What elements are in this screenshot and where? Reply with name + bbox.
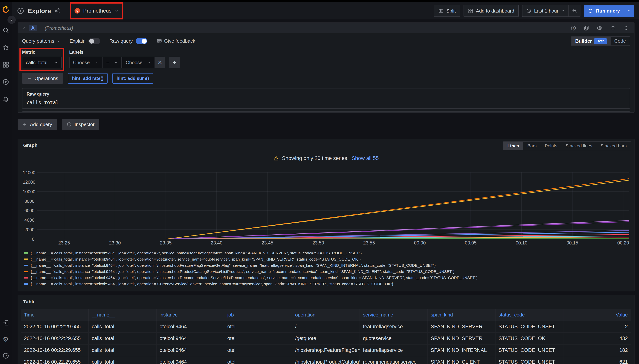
table-cell: calls_total [89, 320, 156, 332]
query-help-icon[interactable]: ? [570, 25, 576, 31]
table-cell: STATUS_CODE_UNSET [496, 356, 563, 364]
metric-field-group: Metric calls_total [22, 50, 62, 68]
remove-label-filter-button[interactable]: ✕ [155, 57, 164, 68]
query-ref-id[interactable]: A [29, 25, 37, 31]
hint-add-rate-button[interactable]: hint: add rate() [68, 73, 108, 84]
inspector-label: Inspector [75, 122, 95, 128]
chevron-down-icon[interactable] [22, 26, 26, 30]
query-editor-panel: A (Prometheus) ? [18, 22, 634, 112]
builder-label: Builder [575, 38, 592, 44]
search-icon[interactable] [2, 27, 9, 34]
table-column-header-instance[interactable]: instance [156, 309, 224, 320]
table-column-header-time[interactable]: Time [21, 309, 89, 320]
alerting-bell-icon[interactable] [2, 96, 9, 102]
svg-text:?: ? [572, 26, 574, 30]
legend-item[interactable]: {__name__="calls_total", instance="otelc… [24, 274, 629, 281]
table-cell: 2022-10-16 00:22:29.655 [21, 332, 89, 344]
zoom-out-time-button[interactable] [568, 5, 580, 16]
add-operation-button[interactable]: Operations [22, 73, 63, 84]
label-operator-select[interactable]: = [102, 57, 122, 68]
table-cell: otelcol:9464 [156, 344, 224, 356]
magnifier-minus-icon [572, 8, 577, 14]
remove-query-trash-icon[interactable] [610, 25, 616, 31]
table-cell: calls_total [89, 356, 156, 364]
table-column-header-job[interactable]: job [224, 309, 292, 320]
table-cell: / [292, 320, 360, 332]
help-icon[interactable]: ? [2, 352, 9, 359]
give-feedback-button[interactable]: Give feedback [157, 38, 195, 44]
warning-triangle-icon [273, 156, 279, 161]
graph-mode-lines[interactable]: Lines [503, 142, 523, 150]
settings-gear-icon[interactable]: ⚙ [3, 336, 9, 343]
table-cell: otel [224, 332, 292, 344]
graph-mode-stacked-lines[interactable]: Stacked lines [561, 142, 596, 150]
raw-query-toggle-label: Raw query [110, 38, 133, 44]
share-icon[interactable] [54, 8, 60, 14]
sign-in-icon[interactable] [2, 320, 9, 326]
table-cell: SPAN_KIND_CLIENT [428, 356, 496, 364]
graph-panel: Graph LinesBarsPointsStacked linesStacke… [18, 139, 634, 292]
legend-item[interactable]: {__name__="calls_total", instance="otelc… [24, 262, 629, 268]
time-range-button[interactable]: Last 1 hour [522, 5, 568, 16]
add-query-button[interactable]: Add query [18, 119, 57, 130]
y-axis-tick: 4000 [23, 218, 34, 223]
table-column-header-value[interactable]: Value [564, 309, 631, 320]
explore-compass-icon[interactable] [2, 78, 9, 85]
table-column-header-service-name[interactable]: service_name [360, 309, 428, 320]
graph-mode-switcher: LinesBarsPointsStacked linesStacked bars [503, 142, 631, 150]
label-value-select[interactable]: Choose [122, 57, 155, 68]
graph-mode-points[interactable]: Points [540, 142, 561, 150]
starred-icon[interactable] [2, 44, 9, 51]
query-row-header[interactable]: A (Prometheus) ? [18, 23, 634, 33]
code-mode-button[interactable]: Code [610, 37, 630, 46]
toggle-visibility-eye-icon[interactable] [597, 25, 603, 31]
legend-series-label: {__name__="calls_total", instance="otelc… [31, 251, 362, 255]
graph-mode-stacked-bars[interactable]: Stacked bars [596, 142, 631, 150]
hint-add-sum-button[interactable]: hint: add sum() [112, 73, 153, 84]
add-to-dashboard-button[interactable]: Add to dashboard [464, 5, 519, 17]
plot-region[interactable] [37, 172, 629, 239]
metric-label: Metric [22, 50, 62, 55]
run-query-caret[interactable] [624, 5, 634, 17]
legend-item[interactable]: {__name__="calls_total", instance="otelc… [24, 268, 629, 274]
x-axis: 23:2523:3023:3523:4023:4523:5023:5500:00… [37, 240, 629, 246]
inspector-button[interactable]: Inspector [62, 119, 100, 130]
raw-query-toggle[interactable] [136, 38, 148, 44]
legend-item[interactable]: {__name__="calls_total", instance="otelc… [24, 256, 629, 262]
explain-label: Explain [70, 38, 86, 44]
dashboards-icon[interactable] [2, 61, 9, 68]
table-cell: quoteservice [360, 332, 428, 344]
split-button[interactable]: Split [434, 5, 460, 17]
table-column-header-operation[interactable]: operation [292, 309, 360, 320]
x-axis-tick: 23:35 [160, 240, 172, 246]
table-column-header-span-kind[interactable]: span_kind [428, 309, 496, 320]
query-patterns-button[interactable]: Query patterns [22, 38, 60, 44]
explain-toggle[interactable] [88, 38, 100, 44]
builder-mode-button[interactable]: Builder Beta [572, 37, 610, 46]
table-column-header-status-code[interactable]: status_code [496, 309, 563, 320]
graph-mode-bars[interactable]: Bars [523, 142, 540, 150]
legend-item[interactable]: {__name__="calls_total", instance="otelc… [24, 250, 629, 256]
legend-item[interactable]: {__name__="calls_total", instance="otelc… [24, 281, 629, 287]
legend-series-swatch [24, 265, 28, 266]
show-all-series-link[interactable]: Show all 55 [352, 155, 379, 161]
run-query-button[interactable]: Run query [584, 5, 634, 17]
table-cell: otelcol:9464 [156, 356, 224, 364]
query-row-actions: ? [570, 25, 630, 31]
drag-handle-icon[interactable] [623, 25, 628, 31]
datasource-picker[interactable]: Prometheus [73, 6, 120, 16]
table-column-header--name-[interactable]: __name__ [89, 309, 156, 320]
query-options-bar[interactable]: Options Legend: AutoFormat: Time seriesS… [22, 111, 630, 112]
metric-select[interactable]: calls_total [22, 57, 62, 68]
legend-series-label: {__name__="calls_total", instance="otelc… [31, 257, 360, 262]
add-label-filter-button[interactable]: + [169, 57, 180, 68]
duplicate-query-icon[interactable] [584, 25, 589, 31]
sidebar-expand-button[interactable] [8, 16, 16, 24]
label-key-select[interactable]: Choose [69, 57, 102, 68]
query-patterns-label: Query patterns [22, 38, 54, 44]
grafana-logo[interactable] [2, 5, 10, 14]
labels-field-group: Labels Choose = Ch [69, 50, 180, 68]
x-axis-tick: 23:40 [211, 240, 222, 246]
time-range-label: Last 1 hour [534, 8, 558, 14]
table-cell: /hipstershop.FeatureFlagServi... [292, 344, 360, 356]
